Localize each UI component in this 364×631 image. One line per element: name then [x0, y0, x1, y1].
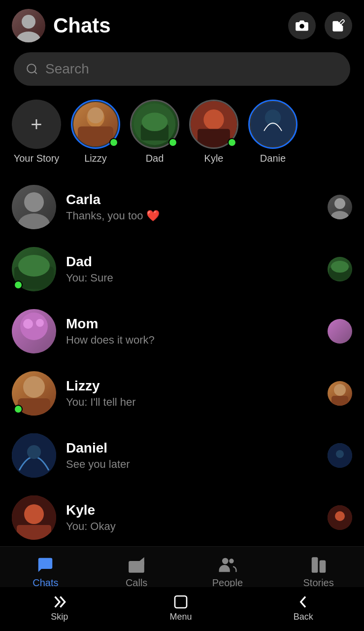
skip-icon	[52, 594, 67, 610]
stories-icon	[309, 556, 328, 574]
story-avatar-wrap-danie	[248, 100, 298, 149]
svg-point-40	[335, 511, 345, 521]
online-dot-dad	[14, 280, 23, 289]
chat-thumb-kyle	[328, 505, 352, 530]
svg-point-18	[334, 198, 345, 209]
chat-avatar-wrap-kyle	[12, 495, 56, 540]
nav-item-people[interactable]: People	[182, 556, 273, 589]
nav-item-stories[interactable]: Stories	[273, 556, 364, 589]
chat-preview-carla: Thanks, you too ❤️	[66, 210, 318, 222]
chat-avatar-daniel	[12, 433, 56, 478]
story-label-lizzy: Lizzy	[84, 153, 107, 164]
svg-point-33	[27, 445, 41, 459]
search-input[interactable]	[45, 61, 338, 77]
chat-avatar-wrap-carla	[12, 185, 56, 229]
chat-thumb-lizzy	[328, 381, 352, 406]
chat-info-daniel: Daniel See you later	[66, 440, 318, 471]
nav-item-calls[interactable]: Calls	[91, 556, 182, 589]
add-story-label: Your Story	[14, 153, 60, 164]
svg-point-44	[229, 559, 234, 563]
menu-label: Menu	[169, 612, 192, 622]
chat-item-daniel[interactable]: Daniel See you later	[0, 424, 364, 487]
chat-thumb-dad	[328, 257, 352, 281]
chat-name-kyle: Kyle	[66, 502, 318, 518]
svg-point-37	[24, 504, 44, 524]
chat-preview-dad: You: Sure	[66, 272, 318, 284]
chat-info-kyle: Kyle You: Okay	[66, 502, 318, 533]
svg-point-10	[142, 113, 168, 132]
story-item-lizzy[interactable]: Lizzy	[71, 100, 120, 164]
back-label: Back	[294, 612, 313, 622]
svg-point-26	[36, 319, 44, 327]
svg-point-3	[27, 64, 35, 72]
story-item-dad[interactable]: Dad	[130, 100, 179, 164]
calls-icon	[127, 556, 146, 574]
people-icon	[218, 556, 237, 574]
edit-icon	[331, 19, 345, 33]
chat-avatar-carla	[12, 185, 56, 229]
menu-icon	[173, 594, 189, 610]
chat-thumb-daniel	[328, 443, 352, 468]
chats-icon	[36, 556, 55, 574]
chat-item-lizzy[interactable]: Lizzy You: I'll tell her	[0, 362, 364, 424]
svg-rect-45	[311, 557, 318, 573]
chat-name-lizzy: Lizzy	[66, 378, 318, 394]
story-label-danie: Danie	[260, 153, 286, 164]
edit-button[interactable]	[325, 12, 352, 39]
svg-point-35	[336, 450, 344, 458]
header-icons	[288, 12, 352, 39]
chat-avatar-wrap-mom	[12, 309, 56, 353]
svg-line-4	[34, 71, 37, 74]
chat-item-carla[interactable]: Carla Thanks, you too ❤️	[0, 176, 364, 238]
chat-info-carla: Carla Thanks, you too ❤️	[66, 192, 318, 222]
search-icon	[26, 63, 38, 75]
back-button[interactable]: Back	[294, 594, 313, 622]
camera-button[interactable]	[288, 12, 316, 39]
story-avatar-danie	[248, 100, 298, 149]
chat-info-dad: Dad You: Sure	[66, 254, 318, 284]
skip-button[interactable]: Skip	[51, 594, 68, 622]
svg-rect-38	[17, 525, 51, 540]
menu-button[interactable]: Menu	[169, 594, 192, 622]
chat-item-kyle[interactable]: Kyle You: Okay	[0, 487, 364, 549]
online-indicator-kyle	[228, 138, 236, 147]
svg-point-25	[23, 319, 33, 329]
chat-name-carla: Carla	[66, 192, 318, 208]
chat-preview-lizzy: You: I'll tell her	[66, 396, 318, 409]
svg-point-7	[88, 107, 103, 123]
svg-point-16	[24, 192, 44, 212]
story-label-dad: Dad	[146, 153, 164, 164]
chat-name-daniel: Daniel	[66, 440, 318, 456]
svg-point-28	[23, 376, 45, 398]
chat-list: Carla Thanks, you too ❤️ Dad You: Sure	[0, 176, 364, 549]
svg-point-43	[222, 558, 229, 564]
svg-point-12	[203, 109, 224, 130]
svg-rect-6	[78, 127, 113, 147]
header: Chats	[0, 0, 364, 48]
story-avatar-wrap-kyle	[189, 100, 238, 149]
chat-avatar-wrap-dad	[12, 247, 56, 291]
search-bar[interactable]	[14, 52, 350, 86]
chat-name-dad: Dad	[66, 254, 318, 270]
svg-point-1	[17, 32, 40, 42]
online-indicator-dad	[168, 138, 177, 147]
svg-point-2	[299, 24, 304, 29]
svg-point-19	[331, 211, 349, 219]
chat-item-mom[interactable]: Mom How does it work?	[0, 300, 364, 362]
story-item-kyle[interactable]: Kyle	[189, 100, 238, 164]
svg-point-23	[331, 261, 349, 273]
story-avatar-wrap-lizzy	[71, 100, 120, 149]
chat-item-dad[interactable]: Dad You: Sure	[0, 238, 364, 300]
svg-rect-47	[175, 596, 187, 608]
story-label-kyle: Kyle	[204, 153, 224, 164]
nav-item-chats[interactable]: Chats	[0, 556, 91, 589]
user-avatar[interactable]	[12, 9, 45, 42]
story-item-danie[interactable]: Danie	[248, 100, 298, 164]
chat-preview-mom: How does it work?	[66, 334, 318, 347]
add-story-button[interactable]: +	[12, 100, 61, 149]
add-story-item[interactable]: + Your Story	[12, 100, 61, 164]
online-indicator-lizzy	[109, 138, 118, 147]
svg-point-21	[18, 255, 50, 277]
chat-avatar-kyle	[12, 495, 56, 540]
svg-rect-31	[331, 396, 348, 406]
